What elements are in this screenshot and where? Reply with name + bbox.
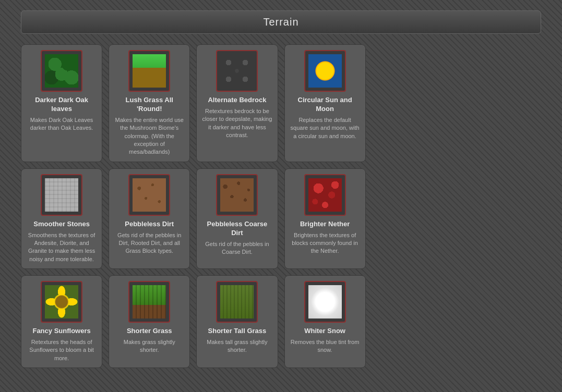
card-alternate-bedrock-title: Alternate Bedrock	[208, 96, 266, 105]
card-row-2: Smoother StonesSmoothens the textures of…	[21, 168, 541, 269]
card-pebbleless-dirt[interactable]: Pebbleless DirtGets rid of the pebbles i…	[109, 168, 190, 269]
snow-icon	[308, 285, 342, 318]
card-shorter-grass-title: Shorter Grass	[127, 327, 172, 336]
card-fancy-sunflowers[interactable]: Fancy SunflowersRetextures the heads of …	[21, 275, 102, 368]
page-header: Terrain	[21, 10, 541, 34]
card-circular-sun[interactable]: Circular Sun and MoonReplaces the defaul…	[284, 44, 366, 162]
page-container: Terrain Darker Dark Oak leavesMakes Dark…	[21, 10, 541, 368]
sun-icon-wrapper	[304, 50, 346, 92]
card-shorter-grass-desc: Makes grass slightly shorter.	[114, 338, 184, 354]
card-lush-grass-title: Lush Grass All 'Round!	[114, 96, 184, 114]
card-pebbleless-dirt-desc: Gets rid of the pebbles in Dirt, Rooted …	[114, 231, 184, 255]
card-lush-grass-desc: Makes the entire world use the Mushroom …	[114, 116, 184, 156]
card-darker-dark-oak-desc: Makes Dark Oak Leaves darker than Oak Le…	[27, 116, 97, 132]
page-title: Terrain	[21, 16, 541, 28]
dark-oak-leaves-icon-wrapper	[41, 50, 82, 92]
shorter-grass-icon-wrapper	[128, 281, 170, 323]
coarse-dirt-icon	[220, 178, 254, 212]
card-lush-grass[interactable]: Lush Grass All 'Round!Makes the entire w…	[109, 44, 190, 162]
card-alternate-bedrock[interactable]: Alternate BedrockRetextures bedrock to b…	[196, 44, 278, 162]
card-shorter-tall-grass[interactable]: Shorter Tall GrassMakes tall grass sligh…	[196, 275, 278, 368]
card-fancy-sunflowers-desc: Retextures the heads of Sunflowers to bl…	[27, 338, 97, 362]
card-row-1: Darker Dark Oak leavesMakes Dark Oak Lea…	[21, 44, 541, 162]
card-shorter-tall-grass-title: Shorter Tall Grass	[208, 327, 267, 336]
card-shorter-grass[interactable]: Shorter GrassMakes grass slightly shorte…	[109, 275, 190, 368]
card-brighter-nether-desc: Brightens the textures of blocks commonl…	[290, 231, 360, 255]
card-pebbleless-coarse-dirt[interactable]: Pebbleless Coarse DirtGets rid of the pe…	[196, 168, 278, 269]
cards-container: Darker Dark Oak leavesMakes Dark Oak Lea…	[21, 44, 541, 368]
card-smoother-stones-title: Smoother Stones	[33, 220, 90, 229]
snow-icon-wrapper	[304, 281, 346, 323]
card-smoother-stones-desc: Smoothens the textures of Andesite, Dior…	[27, 231, 97, 264]
card-brighter-nether-title: Brighter Nether	[300, 220, 350, 229]
card-fancy-sunflowers-title: Fancy Sunflowers	[32, 327, 90, 336]
bedrock-icon-wrapper	[216, 50, 258, 92]
sunflower-icon-wrapper	[41, 281, 82, 323]
card-alternate-bedrock-desc: Retextures bedrock to be closer to deeps…	[202, 107, 272, 140]
brighter-nether-icon	[308, 178, 342, 212]
card-whiter-snow-desc: Removes the blue tint from snow.	[290, 338, 360, 354]
coarse-dirt-icon-wrapper	[216, 174, 258, 216]
dirt-icon-wrapper	[128, 174, 170, 216]
card-shorter-tall-grass-desc: Makes tall grass slightly shorter.	[202, 338, 272, 354]
card-pebbleless-dirt-title: Pebbleless Dirt	[125, 220, 174, 229]
tall-grass-icon	[220, 285, 254, 318]
card-pebbleless-coarse-dirt-desc: Gets rid of the pebbles in Coarse Dirt.	[202, 240, 272, 256]
dark-oak-leaves-icon	[45, 54, 78, 88]
lush-grass-icon-wrapper	[128, 50, 170, 92]
card-brighter-nether[interactable]: Brighter NetherBrightens the textures of…	[284, 168, 366, 269]
card-whiter-snow[interactable]: Whiter SnowRemoves the blue tint from sn…	[284, 275, 366, 368]
card-smoother-stones[interactable]: Smoother StonesSmoothens the textures of…	[21, 168, 102, 269]
sunflower-icon	[45, 285, 78, 318]
card-darker-dark-oak-title: Darker Dark Oak leaves	[27, 96, 97, 114]
card-darker-dark-oak[interactable]: Darker Dark Oak leavesMakes Dark Oak Lea…	[21, 44, 102, 162]
card-circular-sun-title: Circular Sun and Moon	[290, 96, 360, 114]
smoother-stones-icon-wrapper	[41, 174, 82, 216]
shorter-grass-icon	[133, 285, 166, 318]
card-circular-sun-desc: Replaces the default square sun and moon…	[290, 116, 360, 140]
sun-icon	[308, 54, 342, 88]
card-pebbleless-coarse-dirt-title: Pebbleless Coarse Dirt	[202, 220, 272, 238]
lush-grass-icon	[133, 54, 166, 88]
dirt-icon	[133, 178, 166, 212]
tall-grass-icon-wrapper	[216, 281, 258, 323]
brighter-nether-icon-wrapper	[304, 174, 346, 216]
bedrock-icon	[220, 54, 254, 88]
smoother-stones-icon	[45, 178, 78, 212]
card-whiter-snow-title: Whiter Snow	[304, 327, 345, 336]
card-row-3: Fancy SunflowersRetextures the heads of …	[21, 275, 541, 368]
